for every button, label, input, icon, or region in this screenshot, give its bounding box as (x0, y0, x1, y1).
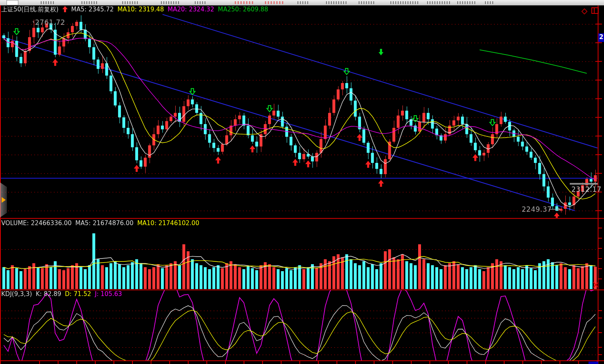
main-chart-legend: 上证50(日线.前复权) MA5: 2345.72 MA10: 2319.48 … (1, 6, 268, 14)
low-price-annotation: 2249.37 (522, 205, 552, 213)
axis-date-badge-cropped (589, 362, 598, 364)
kdj-legend: KDJ(9,3,3) K: 82.89 D: 71.52 J: 105.63 (1, 291, 122, 298)
split-window-icon[interactable] (591, 7, 599, 17)
kdj-k-label: K: 82.89 (36, 291, 62, 298)
buy-signal-arrow-icon (62, 6, 68, 14)
left-panel-expand-handle[interactable] (0, 182, 7, 217)
kdj-title: KDJ(9,3,3) (1, 291, 32, 298)
kdj-j-label: J: 105.63 (95, 291, 122, 298)
axis-price-badge: 2 (598, 33, 604, 42)
volume-ma10-label: MA10: 21746102.00 (137, 220, 199, 227)
ma20-value-label: MA20: 2324.32 (168, 6, 214, 14)
expand-arrow-icon (2, 197, 6, 203)
trading-app-window: 上证50(日线.前复权) MA5: 2345.72 MA10: 2319.48 … (0, 0, 604, 364)
chart-canvas[interactable] (0, 0, 604, 364)
high-price-annotation: 2761.72 (35, 18, 65, 26)
ma5-value-label: MA5: 2345.72 (71, 6, 114, 14)
symbol-title: 上证50(日线.前复权) (1, 6, 59, 14)
close-indicator-icon[interactable] (593, 281, 599, 290)
last-close-annotation: 2312.17 (571, 185, 602, 193)
volume-value-label: VOLUME: 22466336.00 (1, 220, 72, 227)
volume-legend: VOLUME: 22466336.00 MA5: 21674876.00 MA1… (1, 220, 199, 227)
ma10-value-label: MA10: 2319.48 (117, 6, 164, 14)
volume-ma5-label: MA5: 21674876.00 (75, 220, 134, 227)
kdj-d-label: D: 71.52 (65, 291, 91, 298)
diamond-tool-icon[interactable] (580, 7, 589, 17)
ma250-value-label: MA250: 2609.88 (218, 6, 268, 14)
